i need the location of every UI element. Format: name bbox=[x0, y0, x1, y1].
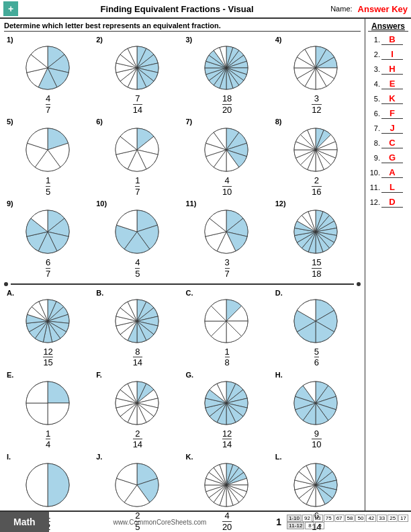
choice-fraction: 2 14 bbox=[133, 429, 142, 450]
score-cell: 58 bbox=[345, 515, 355, 522]
answer-value: K bbox=[381, 93, 403, 104]
choice-letter: A. bbox=[7, 289, 14, 297]
choice-letter: I. bbox=[7, 453, 11, 461]
fraction-label: 3 12 bbox=[312, 93, 321, 115]
answer-item: 5. K bbox=[368, 93, 408, 104]
question-number: 12) bbox=[275, 200, 286, 208]
website: www.CommonCoreSheets.com bbox=[113, 519, 206, 526]
answer-value: G bbox=[381, 152, 403, 163]
question-item: 3) 18 20 bbox=[183, 36, 271, 115]
answer-num: 3. bbox=[368, 65, 380, 73]
fraction-label: 2 16 bbox=[312, 175, 321, 197]
answers-title: Answers bbox=[368, 21, 408, 32]
question-item: 8) 2 16 bbox=[273, 118, 361, 197]
fraction-circle bbox=[203, 127, 250, 174]
question-number: 8) bbox=[275, 118, 282, 126]
score-cell: 50 bbox=[355, 515, 365, 522]
question-item: 4) 3 12 bbox=[273, 36, 361, 115]
choice-item: D. 5 6 bbox=[273, 289, 361, 368]
choice-circle bbox=[114, 380, 161, 427]
answer-item: 1. B bbox=[368, 34, 408, 45]
choice-letter: D. bbox=[275, 289, 283, 297]
question-number: 10) bbox=[96, 200, 107, 208]
fraction-circle bbox=[25, 209, 72, 256]
score-cell: 8 bbox=[305, 522, 314, 529]
answer-num: 1. bbox=[368, 36, 380, 44]
answer-item: 7. J bbox=[368, 123, 408, 134]
answer-value: A bbox=[381, 167, 403, 178]
choice-circle bbox=[203, 380, 250, 427]
question-item: 11) 3 7 bbox=[183, 200, 271, 279]
answer-value: J bbox=[381, 123, 403, 134]
answer-value: L bbox=[381, 182, 403, 193]
fraction-label: 7 14 bbox=[133, 93, 142, 115]
choice-circle bbox=[293, 298, 340, 345]
choice-letter: L. bbox=[275, 453, 282, 461]
question-item: 1) 4 7 bbox=[4, 36, 92, 115]
choice-fraction: 8 14 bbox=[133, 347, 142, 368]
choice-item: B. 8 14 bbox=[93, 289, 181, 368]
question-item: 5) 1 5 bbox=[4, 118, 92, 197]
question-item: 7) 4 10 bbox=[183, 118, 271, 197]
answer-item: 11. L bbox=[368, 182, 408, 193]
page-number: 1 bbox=[276, 517, 281, 527]
content-area: Determine which letter best represents a… bbox=[0, 19, 365, 511]
score-cell: 25 bbox=[387, 515, 398, 522]
question-number: 4) bbox=[275, 36, 282, 44]
fraction-label: 6 7 bbox=[46, 257, 50, 279]
choice-letter: G. bbox=[186, 371, 194, 379]
choice-circle bbox=[203, 298, 250, 345]
answer-num: 11. bbox=[368, 183, 380, 191]
question-number: 6) bbox=[96, 118, 103, 126]
answer-key-label: Answer Key bbox=[358, 4, 408, 14]
answer-num: 9. bbox=[368, 154, 380, 162]
answer-value: I bbox=[381, 49, 403, 60]
answer-num: 10. bbox=[368, 169, 380, 177]
answer-item: 3. H bbox=[368, 64, 408, 75]
score-cell: 83 bbox=[313, 515, 323, 522]
choice-letter: K. bbox=[186, 453, 193, 461]
instructions: Determine which letter best represents a… bbox=[4, 21, 361, 32]
question-number: 11) bbox=[186, 200, 197, 208]
score-table: 1-10 92837567585042332517 11-12 80 bbox=[287, 515, 408, 529]
answer-num: 2. bbox=[368, 50, 380, 58]
fraction-circle bbox=[114, 127, 161, 174]
score-cell: 33 bbox=[377, 515, 387, 522]
choice-item: G. 12 14 bbox=[183, 371, 271, 450]
question-item: 9) 6 7 bbox=[4, 200, 92, 279]
question-grid: 1) 4 7 2) 7 14 3) 18 20 4) 3 bbox=[4, 36, 361, 279]
fraction-label: 4 7 bbox=[46, 93, 50, 115]
fraction-label: 18 20 bbox=[222, 93, 232, 115]
answer-value: B bbox=[381, 34, 403, 45]
logo-icon: + bbox=[3, 1, 18, 16]
fraction-circle bbox=[25, 127, 72, 174]
answer-item: 12. D bbox=[368, 197, 408, 208]
choice-fraction: 12 15 bbox=[43, 347, 52, 368]
choice-grid: A. 12 15 B. 8 14 C. 1 8 D. 5 bbox=[4, 289, 361, 532]
fraction-label: 1 5 bbox=[46, 175, 50, 197]
choice-letter: J. bbox=[96, 453, 102, 461]
answer-num: 12. bbox=[368, 198, 380, 206]
fraction-label: 1 7 bbox=[135, 175, 140, 197]
choice-item: F. 2 14 bbox=[93, 371, 181, 450]
fraction-circle bbox=[25, 45, 72, 92]
name-label: Name: bbox=[330, 5, 352, 13]
answer-item: 2. I bbox=[368, 49, 408, 60]
score-cell: 75 bbox=[324, 515, 334, 522]
answers-sidebar: Answers 1. B 2. I 3. H 4. E 5. K 6. F 7.… bbox=[365, 19, 411, 511]
answer-value: F bbox=[381, 108, 403, 119]
choice-fraction: 1 4 bbox=[46, 429, 50, 450]
choice-circle bbox=[203, 462, 250, 509]
choice-circle bbox=[25, 462, 72, 509]
answer-num: 8. bbox=[368, 139, 380, 147]
math-label: Math bbox=[0, 512, 49, 532]
fraction-circle bbox=[293, 209, 340, 256]
choice-circle bbox=[25, 380, 72, 427]
choice-item: E. 1 4 bbox=[4, 371, 92, 450]
fraction-circle bbox=[114, 45, 161, 92]
fraction-circle bbox=[203, 209, 250, 256]
answer-item: 9. G bbox=[368, 152, 408, 163]
answer-value: E bbox=[381, 79, 403, 89]
question-item: 6) 1 7 bbox=[93, 118, 181, 197]
answer-value: D bbox=[381, 197, 403, 208]
